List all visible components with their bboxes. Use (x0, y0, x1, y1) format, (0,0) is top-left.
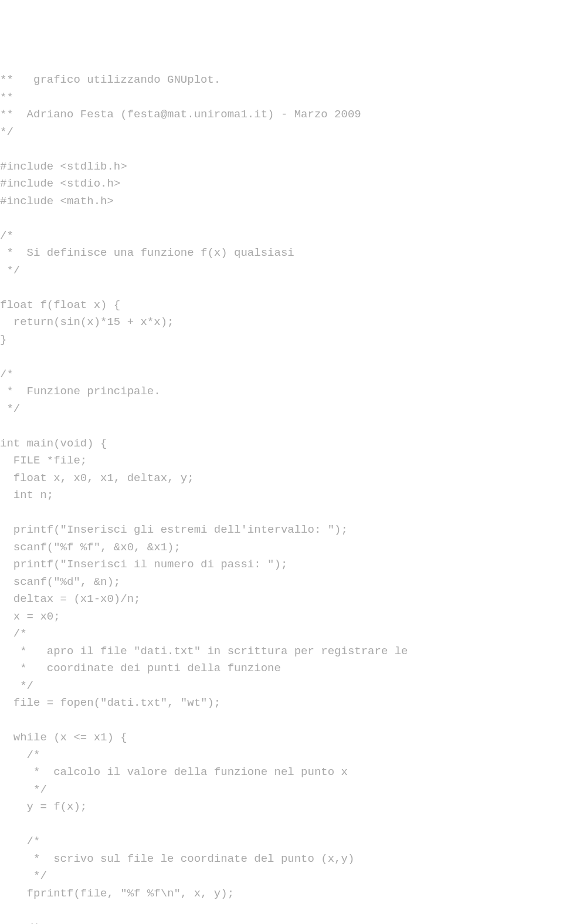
source-code-block: ** grafico utilizzando GNUplot. ** ** Ad… (0, 72, 563, 924)
